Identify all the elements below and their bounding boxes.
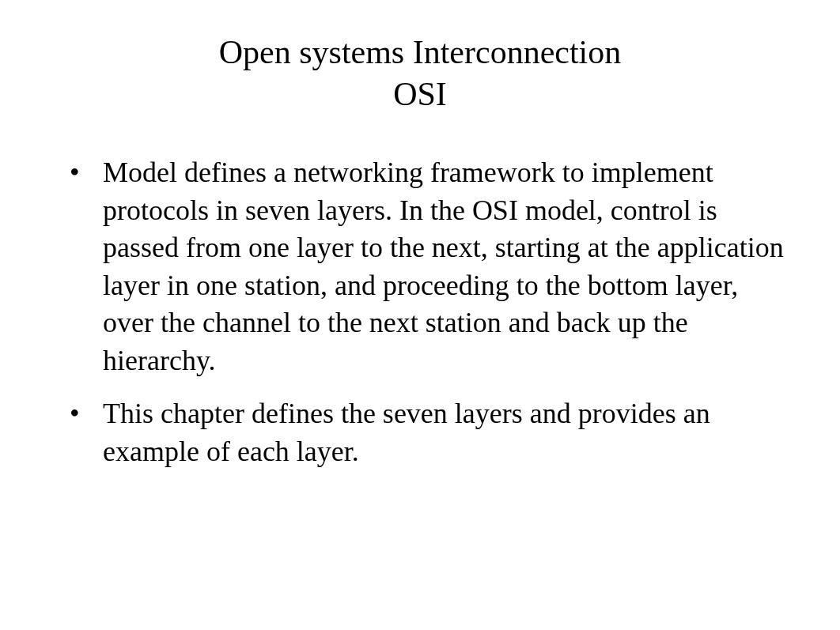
- title-line-1: Open systems Interconnection: [40, 32, 800, 74]
- list-item: This chapter defines the seven layers an…: [103, 395, 800, 470]
- list-item: Model defines a networking framework to …: [103, 154, 800, 379]
- slide-title: Open systems Interconnection OSI: [40, 32, 800, 115]
- title-line-2: OSI: [40, 74, 800, 115]
- bullet-list: Model defines a networking framework to …: [40, 154, 800, 470]
